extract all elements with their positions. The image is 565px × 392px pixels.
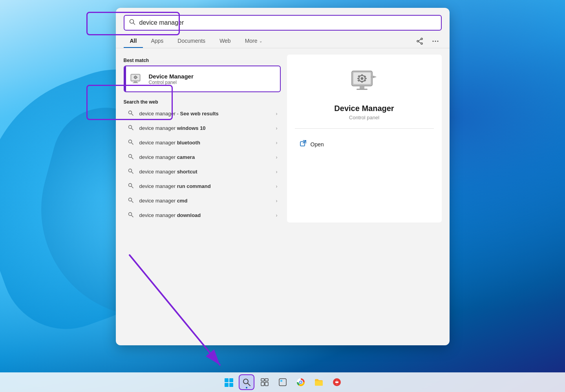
web-result-item[interactable]: device manager bluetooth › — [124, 135, 281, 150]
taskbar-chrome-button[interactable] — [293, 374, 309, 390]
chevron-right-icon: › — [276, 213, 278, 218]
best-match-title: Device Manager — [149, 73, 275, 80]
svg-rect-44 — [365, 78, 367, 79]
taskbar-search-button[interactable] — [239, 374, 254, 390]
search-icon — [127, 197, 135, 204]
web-result-text: device manager windows 10 — [139, 125, 271, 131]
tabs-right-actions — [413, 35, 442, 47]
chevron-down-icon: ⌄ — [259, 39, 262, 43]
web-result-item[interactable]: device manager windows 10 › — [124, 121, 281, 135]
web-result-item[interactable]: device manager shortcut › — [124, 164, 281, 179]
svg-rect-18 — [137, 77, 137, 77]
open-label: Open — [311, 141, 324, 148]
svg-rect-19 — [133, 77, 134, 77]
device-manager-icon-large — [349, 66, 380, 98]
search-icon — [127, 139, 135, 146]
svg-point-26 — [128, 155, 132, 158]
svg-point-3 — [417, 40, 419, 42]
svg-rect-67 — [280, 380, 282, 382]
web-result-item[interactable]: device manager cmd › — [124, 193, 281, 208]
svg-line-27 — [132, 157, 133, 159]
more-options-icon[interactable] — [429, 35, 442, 47]
svg-rect-42 — [361, 74, 362, 76]
svg-rect-62 — [261, 379, 264, 381]
svg-line-6 — [419, 42, 421, 43]
tab-web[interactable]: Web — [213, 35, 237, 48]
tab-documents[interactable]: Documents — [171, 35, 212, 48]
svg-rect-13 — [133, 82, 138, 83]
svg-line-31 — [132, 186, 133, 188]
right-panel-title: Device Manager — [334, 104, 394, 113]
web-result-item[interactable]: device manager download › — [124, 208, 281, 222]
best-match-item[interactable]: Device Manager Control panel — [124, 66, 281, 92]
taskbar-taskview-button[interactable] — [257, 374, 272, 390]
svg-point-41 — [360, 77, 363, 80]
svg-line-5 — [419, 39, 421, 41]
web-result-text: device manager camera — [139, 154, 271, 160]
web-result-text: device manager cmd — [139, 198, 271, 204]
svg-rect-58 — [225, 383, 229, 387]
search-icon — [127, 168, 135, 175]
svg-point-30 — [128, 184, 132, 187]
svg-rect-59 — [229, 383, 233, 387]
web-result-text: device manager run command — [139, 183, 271, 189]
web-result-text: device manager download — [139, 212, 271, 218]
svg-rect-45 — [357, 78, 359, 79]
svg-rect-57 — [229, 378, 233, 382]
svg-rect-64 — [261, 382, 264, 386]
web-result-item[interactable]: device manager camera › — [124, 150, 281, 164]
search-bar-area: device manager — [116, 8, 450, 31]
web-result-item[interactable]: device manager - See web results › — [124, 106, 281, 121]
search-icon — [129, 19, 135, 27]
svg-line-33 — [132, 201, 133, 202]
svg-point-20 — [128, 111, 132, 114]
svg-rect-76 — [335, 381, 338, 383]
web-result-item[interactable]: device manager run command › — [124, 179, 281, 193]
taskbar-widgets-button[interactable] — [275, 374, 291, 390]
web-result-text: device manager - See web results — [139, 111, 271, 117]
tab-more[interactable]: More ⌄ — [239, 35, 269, 48]
search-icon — [127, 125, 135, 131]
svg-point-9 — [437, 41, 438, 42]
svg-point-4 — [421, 43, 422, 44]
svg-rect-12 — [134, 81, 137, 82]
svg-rect-65 — [265, 382, 268, 386]
chevron-right-icon: › — [276, 111, 278, 117]
svg-point-2 — [421, 38, 422, 40]
tab-all[interactable]: All — [124, 35, 143, 48]
taskbar-app6-button[interactable] — [329, 374, 345, 390]
taskbar-fileexplorer-button[interactable] — [311, 374, 327, 390]
search-icon — [127, 110, 135, 117]
svg-rect-38 — [360, 86, 364, 89]
svg-point-28 — [128, 169, 132, 172]
svg-point-60 — [243, 379, 248, 384]
device-manager-icon-small — [129, 72, 143, 86]
svg-rect-56 — [225, 378, 229, 382]
chevron-right-icon: › — [276, 184, 278, 189]
svg-rect-43 — [361, 81, 362, 83]
search-icon — [127, 154, 135, 160]
svg-line-23 — [132, 128, 133, 130]
chevron-right-icon: › — [276, 140, 278, 146]
share-icon[interactable] — [413, 35, 426, 47]
open-external-icon — [300, 140, 307, 149]
svg-line-35 — [132, 215, 133, 217]
svg-rect-68 — [283, 380, 285, 381]
svg-line-21 — [132, 114, 133, 115]
taskbar — [0, 372, 565, 392]
web-section-label: Search the web — [124, 97, 281, 106]
best-match-subtitle: Control panel — [149, 80, 275, 85]
search-input[interactable]: device manager — [139, 19, 436, 26]
svg-point-32 — [128, 198, 132, 201]
svg-rect-63 — [265, 379, 268, 381]
svg-rect-51 — [374, 77, 376, 77]
open-action[interactable]: Open — [295, 137, 434, 152]
search-input-wrapper[interactable]: device manager — [124, 15, 442, 31]
svg-point-34 — [128, 213, 132, 216]
tab-apps[interactable]: Apps — [144, 35, 170, 48]
taskbar-start-button[interactable] — [221, 374, 236, 390]
best-match-label: Best match — [124, 55, 281, 66]
svg-rect-39 — [357, 89, 368, 90]
svg-line-29 — [132, 172, 133, 173]
best-match-text: Device Manager Control panel — [149, 73, 275, 85]
